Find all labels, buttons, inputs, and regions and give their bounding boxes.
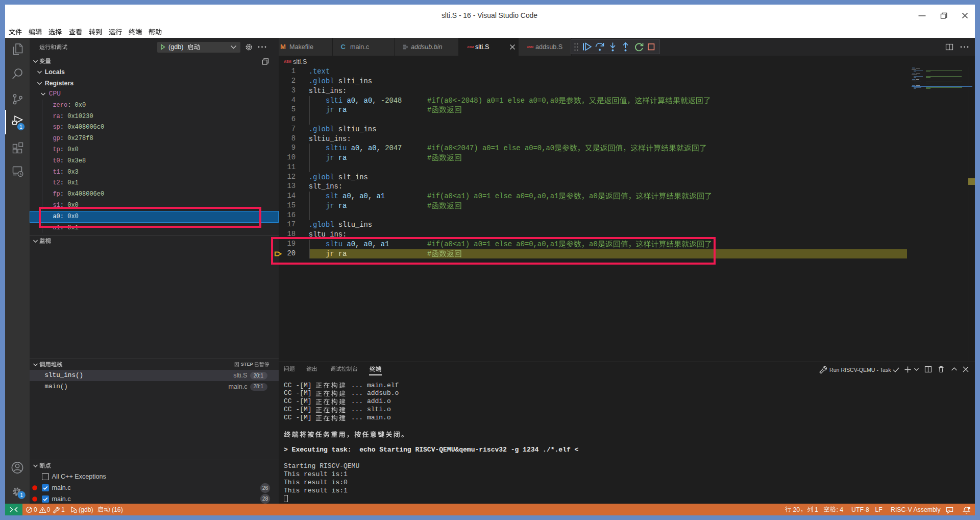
svg-text:1: 1 bbox=[19, 124, 22, 130]
svg-text:28: 28 bbox=[262, 495, 268, 502]
svg-text:1: 1 bbox=[20, 492, 23, 498]
svg-text:26: 26 bbox=[262, 485, 268, 491]
